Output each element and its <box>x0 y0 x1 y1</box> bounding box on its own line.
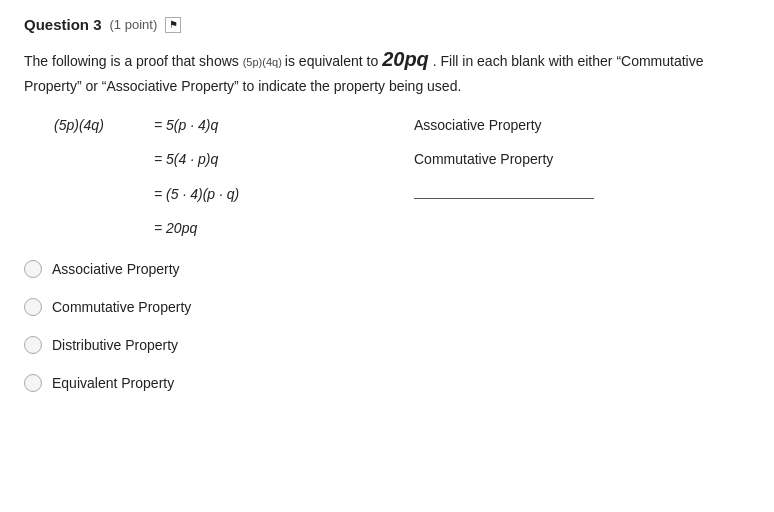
fraction-label: (5p)(4q) <box>243 56 285 68</box>
option-equivalent-label: Equivalent Property <box>52 375 174 391</box>
radio-commutative[interactable] <box>24 298 42 316</box>
proof-row-2: = 5(4 · p)q Commutative Property <box>54 151 750 167</box>
option-commutative-label: Commutative Property <box>52 299 191 315</box>
options-section: Associative Property Commutative Propert… <box>24 260 750 392</box>
proof-step-2: = 5(4 · p)q <box>154 151 354 167</box>
proof-row-1: (5p)(4q) = 5(p · 4)q Associative Propert… <box>54 117 750 133</box>
question-header: Question 3 (1 point) ⚑ <box>24 16 750 33</box>
proof-step-3: = (5 · 4)(p · q) <box>154 186 354 202</box>
option-commutative[interactable]: Commutative Property <box>24 298 750 316</box>
option-associative[interactable]: Associative Property <box>24 260 750 278</box>
proof-property-2: Commutative Property <box>354 151 553 167</box>
radio-distributive[interactable] <box>24 336 42 354</box>
proof-step-4: = 20pq <box>154 220 354 236</box>
option-distributive-label: Distributive Property <box>52 337 178 353</box>
question-body: The following is a proof that shows (5p)… <box>24 43 744 97</box>
flag-icon[interactable]: ⚑ <box>165 17 181 33</box>
proof-row-4: = 20pq <box>54 220 750 236</box>
intro-before-fraction: The following is a proof that shows <box>24 53 239 69</box>
question-number: Question 3 <box>24 16 102 33</box>
proof-blank <box>414 185 594 199</box>
radio-equivalent[interactable] <box>24 374 42 392</box>
option-associative-label: Associative Property <box>52 261 180 277</box>
option-equivalent[interactable]: Equivalent Property <box>24 374 750 392</box>
intro-after: is equivalent to <box>285 53 382 69</box>
proof-row-3: = (5 · 4)(p · q) <box>54 185 750 202</box>
question-points: (1 point) <box>110 17 158 32</box>
bold-expression: 20pq <box>382 48 429 70</box>
proof-table: (5p)(4q) = 5(p · 4)q Associative Propert… <box>54 117 750 236</box>
proof-property-1: Associative Property <box>354 117 542 133</box>
radio-associative[interactable] <box>24 260 42 278</box>
option-distributive[interactable]: Distributive Property <box>24 336 750 354</box>
proof-step-1: = 5(p · 4)q <box>154 117 354 133</box>
proof-label-1: (5p)(4q) <box>54 117 154 133</box>
